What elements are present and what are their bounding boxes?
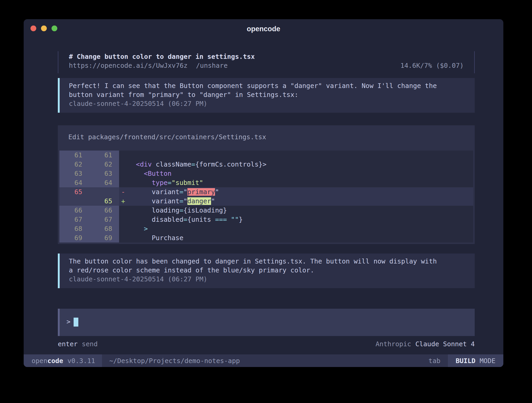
diff-code-line: variant="primary" bbox=[128, 187, 473, 197]
diff-sign bbox=[119, 169, 128, 178]
diff-code-line: type="submit" bbox=[128, 178, 473, 187]
diff-code-line: <Button bbox=[128, 169, 473, 178]
message-text-line: Perfect! I can see that the Button compo… bbox=[69, 81, 437, 90]
model-provider-label: Anthropic bbox=[376, 340, 411, 349]
diff-sign bbox=[119, 151, 128, 160]
line-number-new: 66 bbox=[89, 206, 119, 215]
titlebar: opencode bbox=[24, 19, 503, 38]
edit-tool-card: Edit packages/frontend/src/containers/Se… bbox=[58, 125, 475, 244]
code-token bbox=[128, 161, 136, 168]
diff-code-line: variant="danger" bbox=[128, 197, 473, 206]
code-token: } bbox=[239, 216, 243, 223]
diff-sign bbox=[119, 233, 128, 242]
input-accent-bar bbox=[58, 309, 60, 336]
diff-row: 6969 Purchase bbox=[59, 233, 473, 242]
app-name-regular: open bbox=[32, 357, 47, 365]
app-name-bold: code bbox=[47, 357, 63, 365]
line-number-new: 61 bbox=[89, 151, 119, 160]
send-action-label: send bbox=[82, 340, 98, 349]
prompt-input[interactable]: > bbox=[60, 309, 475, 336]
code-token bbox=[128, 225, 144, 233]
line-number-old: 61 bbox=[59, 151, 89, 160]
line-number-new: 62 bbox=[89, 160, 119, 169]
code-token: "" bbox=[231, 216, 239, 223]
code-token bbox=[128, 170, 144, 177]
diff-sign bbox=[119, 178, 128, 187]
session-view: # Change button color to danger in setti… bbox=[24, 38, 503, 354]
diff-row: 6666 loading={isLoading} bbox=[59, 206, 473, 215]
code-token: type bbox=[152, 179, 167, 187]
tab-key-hint: tab bbox=[428, 357, 440, 365]
diff-sign bbox=[119, 160, 128, 169]
line-number-new: 68 bbox=[89, 224, 119, 233]
code-token: disabled bbox=[128, 216, 183, 223]
code-token: = bbox=[180, 197, 183, 205]
line-number-old: 68 bbox=[59, 224, 89, 233]
message-model-timestamp: claude-sonnet-4-20250514 (06:27 PM) bbox=[69, 99, 437, 108]
diff-code-line: Purchase bbox=[128, 233, 473, 242]
code-token: variant bbox=[128, 188, 180, 196]
assistant-message: The button color has been changed to dan… bbox=[58, 254, 475, 288]
line-number-old bbox=[59, 197, 89, 206]
code-token bbox=[227, 216, 231, 223]
hints-spacer bbox=[98, 340, 375, 349]
header-spacer bbox=[228, 61, 400, 70]
code-token: "submit" bbox=[172, 179, 203, 187]
message-body: Perfect! I can see that the Button compo… bbox=[60, 78, 442, 113]
message-text-line: button variant from "primary" to "danger… bbox=[69, 90, 437, 99]
message-text-line: The button color has been changed to dan… bbox=[69, 257, 437, 266]
code-token: Purchase bbox=[128, 234, 183, 242]
code-token: className bbox=[152, 161, 191, 168]
line-number-old: 63 bbox=[59, 169, 89, 178]
diff-code-line: disabled={units === ""} bbox=[128, 215, 473, 224]
diff-row: 6262 <div className={formCs.controls}> bbox=[59, 160, 473, 169]
code-token: = bbox=[180, 206, 183, 214]
diff-code-line: loading={isLoading} bbox=[128, 206, 473, 215]
status-bar: opencode v0.3.11 ~/Desktop/Projects/demo… bbox=[24, 354, 503, 367]
code-token: " bbox=[183, 197, 187, 205]
line-number-new: 65 bbox=[89, 197, 119, 206]
line-number-old: 65 bbox=[59, 187, 89, 197]
session-subheader: https://opencode.ai/s/UwJxv76z /unshare … bbox=[69, 61, 464, 70]
code-token: <Button bbox=[144, 170, 171, 177]
code-token: <div bbox=[136, 161, 152, 168]
code-token: = bbox=[183, 216, 187, 223]
code-token: {units bbox=[187, 216, 215, 223]
code-token: variant bbox=[128, 197, 180, 205]
prompt-input-row: > bbox=[58, 309, 475, 336]
message-accent-bar bbox=[58, 254, 60, 288]
share-url-link[interactable]: https://opencode.ai/s/UwJxv76z bbox=[69, 61, 188, 70]
diff-row: 6464 type="submit" bbox=[59, 178, 473, 187]
line-number-new: 63 bbox=[89, 169, 119, 178]
context-usage-stats: 14.6K/7% ($0.07) bbox=[400, 61, 464, 70]
message-text-line: a red/rose color scheme instead of the b… bbox=[69, 266, 437, 275]
opencode-window: opencode # Change button color to danger… bbox=[24, 19, 503, 367]
code-token: " bbox=[183, 188, 187, 196]
line-number-new: 69 bbox=[89, 233, 119, 242]
code-token: primary bbox=[187, 188, 215, 196]
line-number-old: 66 bbox=[59, 206, 89, 215]
diff-row: 65- variant="primary" bbox=[59, 187, 473, 197]
diff-row: 6363 <Button bbox=[59, 169, 473, 178]
app-version-segment: opencode v0.3.11 bbox=[24, 354, 102, 367]
mode-segment: BUILD MODE bbox=[448, 354, 503, 367]
prompt-chevron: > bbox=[66, 318, 70, 326]
diff-row: 6767 disabled={units === ""} bbox=[59, 215, 473, 224]
diff-code-line: <div className={formCs.controls}> bbox=[128, 160, 473, 169]
working-directory: ~/Desktop/Projects/demo-notes-app bbox=[109, 357, 240, 365]
line-number-new: 64 bbox=[89, 178, 119, 187]
diff-code-line bbox=[128, 151, 473, 160]
code-token: " bbox=[215, 188, 219, 196]
assistant-message: Perfect! I can see that the Button compo… bbox=[58, 78, 475, 113]
mode-suffix: MODE bbox=[480, 357, 495, 365]
edit-tool-title: Edit packages/frontend/src/containers/Se… bbox=[59, 133, 473, 142]
text-cursor bbox=[74, 318, 78, 327]
message-model-timestamp: claude-sonnet-4-20250514 (06:27 PM) bbox=[69, 275, 437, 284]
diff-code-line: > bbox=[128, 224, 473, 233]
diff-row: 6868 > bbox=[59, 224, 473, 233]
code-token: loading bbox=[128, 206, 180, 214]
code-token: = bbox=[191, 161, 195, 168]
model-name-label: Claude Sonnet 4 bbox=[415, 340, 475, 349]
diff-table: 61616262 <div className={formCs.controls… bbox=[59, 151, 473, 242]
code-token: === bbox=[215, 216, 227, 223]
